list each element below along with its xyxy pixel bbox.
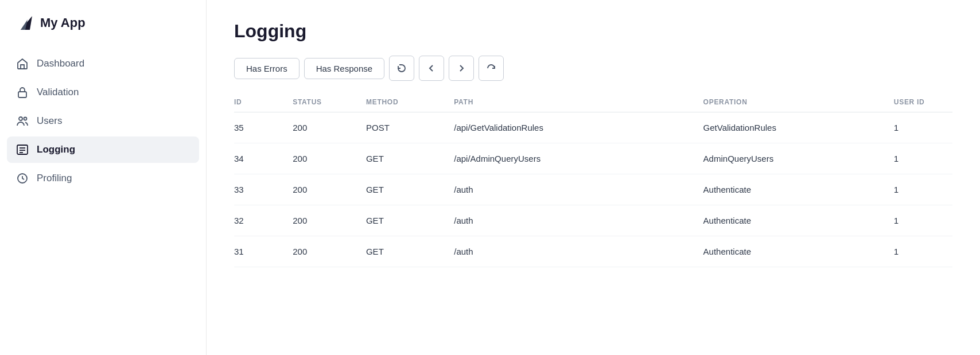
cell-id: 33 (234, 174, 293, 205)
refresh-icon (486, 63, 496, 73)
table-row[interactable]: 34 200 GET /api/AdminQueryUsers AdminQue… (234, 143, 952, 174)
toolbar: Has Errors Has Response (234, 56, 952, 81)
users-icon (16, 115, 29, 127)
col-header-userid: USER ID (894, 92, 952, 112)
home-icon (16, 57, 29, 70)
chevron-left-icon (426, 63, 437, 73)
refresh-button[interactable] (479, 56, 504, 81)
cell-operation: Authenticate (703, 205, 894, 236)
sidebar-label-validation: Validation (37, 87, 79, 98)
table-row[interactable]: 33 200 GET /auth Authenticate 1 (234, 174, 952, 205)
page-title: Logging (234, 21, 952, 42)
cell-status: 200 (293, 112, 366, 143)
main-content: Logging Has Errors Has Response (207, 0, 980, 355)
sidebar-label-logging: Logging (37, 144, 75, 155)
cell-path: /auth (454, 174, 703, 205)
cell-id: 32 (234, 205, 293, 236)
cell-userid: 1 (894, 236, 952, 267)
cell-userid: 1 (894, 205, 952, 236)
cell-status: 200 (293, 205, 366, 236)
col-header-id: ID (234, 92, 293, 112)
cell-operation: Authenticate (703, 174, 894, 205)
cell-userid: 1 (894, 112, 952, 143)
col-header-status: STATUS (293, 92, 366, 112)
cell-status: 200 (293, 143, 366, 174)
table-header: ID STATUS METHOD PATH OPERATION USER ID (234, 92, 952, 112)
undo-button[interactable] (389, 56, 414, 81)
svg-point-1 (19, 117, 22, 120)
col-header-path: PATH (454, 92, 703, 112)
table-row[interactable]: 35 200 POST /api/GetValidationRules GetV… (234, 112, 952, 143)
cell-id: 35 (234, 112, 293, 143)
sidebar-item-users[interactable]: Users (7, 108, 199, 134)
clock-icon (16, 172, 29, 185)
cell-method: POST (366, 112, 454, 143)
col-header-method: METHOD (366, 92, 454, 112)
cell-userid: 1 (894, 174, 952, 205)
table-row[interactable]: 32 200 GET /auth Authenticate 1 (234, 205, 952, 236)
log-table: ID STATUS METHOD PATH OPERATION USER ID … (234, 92, 952, 267)
cell-method: GET (366, 174, 454, 205)
cell-operation: Authenticate (703, 236, 894, 267)
cell-userid: 1 (894, 143, 952, 174)
cell-path: /api/GetValidationRules (454, 112, 703, 143)
table-row[interactable]: 31 200 GET /auth Authenticate 1 (234, 236, 952, 267)
lock-icon (16, 86, 29, 99)
sidebar-item-logging[interactable]: Logging (7, 136, 199, 163)
cell-operation: AdminQueryUsers (703, 143, 894, 174)
chevron-right-icon (456, 63, 466, 73)
sidebar-label-users: Users (37, 115, 62, 127)
table-body: 35 200 POST /api/GetValidationRules GetV… (234, 112, 952, 267)
cell-path: /auth (454, 236, 703, 267)
sidebar-label-profiling: Profiling (37, 173, 72, 184)
sidebar-item-dashboard[interactable]: Dashboard (7, 50, 199, 77)
sidebar-nav: Dashboard Validation Users (0, 50, 206, 192)
has-response-button[interactable]: Has Response (304, 58, 384, 79)
sidebar-label-dashboard: Dashboard (37, 58, 84, 69)
svg-rect-0 (18, 92, 26, 97)
cell-status: 200 (293, 236, 366, 267)
app-logo: My App (0, 14, 206, 50)
cell-method: GET (366, 205, 454, 236)
cell-method: GET (366, 143, 454, 174)
has-errors-button[interactable]: Has Errors (234, 58, 300, 79)
cell-path: /auth (454, 205, 703, 236)
cell-path: /api/AdminQueryUsers (454, 143, 703, 174)
svg-point-2 (24, 118, 27, 120)
app-name: My App (40, 15, 85, 30)
undo-icon (396, 63, 407, 73)
app-logo-icon (16, 14, 34, 32)
sidebar: My App Dashboard Validation (0, 0, 207, 355)
list-icon (16, 143, 29, 156)
cell-id: 31 (234, 236, 293, 267)
sidebar-item-profiling[interactable]: Profiling (7, 165, 199, 192)
col-header-operation: OPERATION (703, 92, 894, 112)
sidebar-item-validation[interactable]: Validation (7, 79, 199, 106)
cell-id: 34 (234, 143, 293, 174)
prev-button[interactable] (419, 56, 444, 81)
cell-status: 200 (293, 174, 366, 205)
cell-operation: GetValidationRules (703, 112, 894, 143)
next-button[interactable] (449, 56, 474, 81)
cell-method: GET (366, 236, 454, 267)
